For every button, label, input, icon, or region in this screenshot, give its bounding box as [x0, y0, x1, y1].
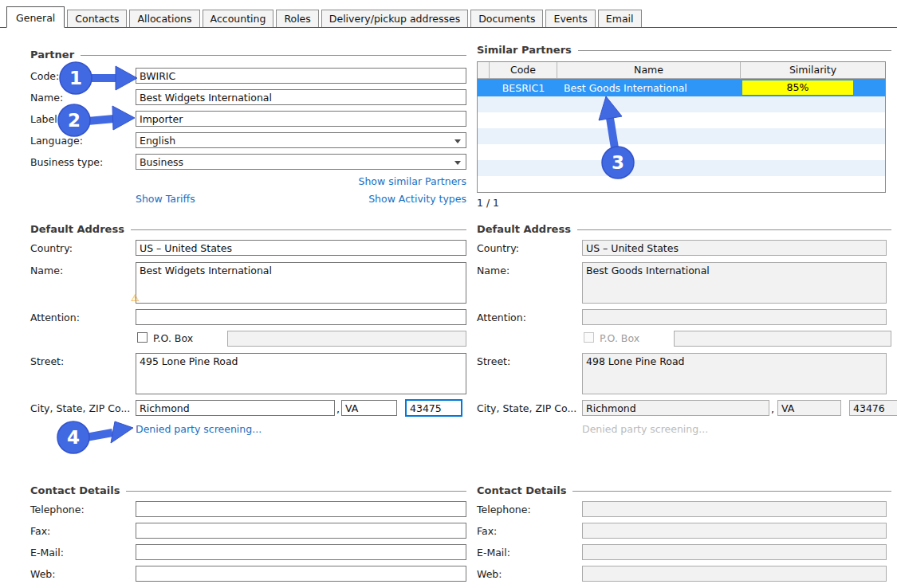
web-input-readonly [582, 566, 887, 582]
section-rule [572, 491, 891, 492]
tab-general[interactable]: General [6, 6, 65, 28]
annotation-2-marker: 2 [58, 104, 135, 136]
fax-input[interactable] [136, 523, 466, 539]
contact-details-left-header: Contact Details [30, 484, 466, 496]
business-type-select[interactable]: Business [136, 154, 466, 170]
chevron-down-icon [454, 139, 461, 143]
separator-comma: , [771, 403, 774, 415]
show-activity-types-link[interactable]: Show Activity types [136, 193, 466, 205]
email-input-readonly [582, 544, 887, 560]
attention-label: Attention: [30, 312, 80, 323]
address-name-textarea-readonly: Best Goods International [582, 262, 887, 304]
label-label: Label: [30, 113, 61, 125]
partner-section-title: Partner [30, 49, 74, 61]
telephone-input[interactable] [136, 501, 466, 517]
business-type-selected-value: Business [140, 156, 183, 168]
tab-roles[interactable]: Roles [276, 10, 318, 27]
language-label: Language: [30, 135, 83, 147]
country-label: Country: [477, 242, 519, 254]
similar-partners-table: Code Name Similarity BESRIC1 Best Goods … [477, 61, 886, 193]
business-type-label: Business type: [30, 156, 103, 168]
address-name-label: Name: [30, 265, 63, 276]
row-name-cell: Best Goods International [557, 82, 741, 94]
country-input-readonly [582, 240, 887, 256]
country-input[interactable] [136, 240, 466, 256]
similarity-badge: 85% [742, 80, 853, 95]
section-rule [131, 229, 466, 230]
code-input[interactable] [136, 68, 466, 84]
zip-input[interactable] [405, 399, 462, 417]
email-label: E-Mail: [30, 547, 64, 559]
default-address-left-title: Default Address [30, 223, 124, 235]
pobox-checkbox-disabled [584, 332, 594, 343]
tab-accounting[interactable]: Accounting [203, 10, 274, 27]
state-input-readonly [777, 400, 841, 416]
city-input-readonly [582, 400, 769, 416]
code-label: Code: [30, 70, 59, 82]
table-row[interactable]: BESRIC1 Best Goods International 85% [478, 79, 885, 96]
zip-input-readonly [849, 400, 897, 416]
web-label: Web: [477, 568, 502, 580]
empty-table-row [478, 176, 885, 192]
tab-email[interactable]: Email [598, 10, 642, 27]
name-input[interactable] [136, 89, 466, 105]
street-label: Street: [30, 355, 64, 367]
partner-section-header: Partner [30, 49, 466, 61]
similarity-column-header: Similarity [741, 62, 885, 78]
pobox-checkbox[interactable] [137, 332, 148, 343]
telephone-label: Telephone: [477, 504, 531, 515]
attention-label: Attention: [477, 312, 526, 323]
annotation-4-marker: 4 [57, 421, 133, 453]
table-pager: 1 / 1 [477, 197, 499, 209]
section-rule [81, 55, 466, 56]
pobox-input-readonly [674, 331, 891, 347]
empty-table-row [478, 112, 885, 128]
name-column-header: Name [557, 62, 741, 78]
email-input[interactable] [136, 544, 466, 560]
tab-delivery-pickup-addresses[interactable]: Delivery/pickup addresses [321, 10, 468, 27]
code-column-header: Code [490, 62, 557, 78]
pobox-label: P.O. Box [153, 332, 193, 344]
state-input[interactable] [341, 400, 397, 416]
attention-input[interactable] [136, 309, 466, 325]
annotation-2-number: 2 [68, 110, 81, 131]
language-select[interactable]: English [136, 132, 466, 148]
selector-column-header [478, 62, 490, 78]
email-label: E-Mail: [477, 547, 510, 559]
similar-partners-section-header: Similar Partners [477, 44, 891, 56]
contact-details-left-title: Contact Details [30, 484, 120, 496]
similar-partners-title: Similar Partners [477, 44, 572, 56]
fax-input-readonly [582, 523, 887, 539]
tab-events[interactable]: Events [545, 10, 595, 27]
contact-details-right-header: Contact Details [477, 484, 891, 496]
city-state-zip-label: City, State, ZIP Co... [477, 402, 576, 414]
similar-partners-table-header: Code Name Similarity [478, 62, 885, 79]
empty-table-row [478, 144, 885, 160]
contact-details-right-title: Contact Details [477, 484, 566, 496]
pobox-label: P.O. Box [600, 332, 639, 344]
row-code-cell: BESRIC1 [490, 82, 557, 94]
city-input[interactable] [136, 400, 335, 416]
tab-documents[interactable]: Documents [470, 10, 543, 27]
telephone-label: Telephone: [30, 504, 85, 515]
annotation-1-number: 1 [69, 68, 82, 88]
tab-contacts[interactable]: Contacts [67, 10, 127, 27]
country-label: Country: [30, 242, 73, 254]
separator-comma: , [336, 403, 340, 415]
denied-party-screening-link-disabled: Denied party screening... [582, 423, 708, 435]
section-rule [577, 229, 891, 230]
show-similar-partners-link[interactable]: Show similar Partners [136, 175, 466, 187]
name-label: Name: [30, 92, 63, 104]
warning-icon: ⚠ [131, 293, 140, 303]
street-textarea[interactable]: 495 Lone Pine Road [136, 353, 466, 394]
empty-table-row [478, 96, 885, 112]
label-input[interactable] [136, 111, 466, 127]
empty-table-row [478, 160, 885, 176]
address-name-textarea[interactable]: Best Widgets International [136, 262, 466, 304]
denied-party-screening-link[interactable]: Denied party screening... [136, 423, 262, 435]
tab-allocations[interactable]: Allocations [129, 10, 199, 27]
fax-label: Fax: [477, 525, 497, 537]
annotation-4-number: 4 [67, 427, 80, 448]
web-input[interactable] [136, 566, 466, 582]
tab-bar: General Contacts Allocations Accounting … [0, 6, 897, 28]
